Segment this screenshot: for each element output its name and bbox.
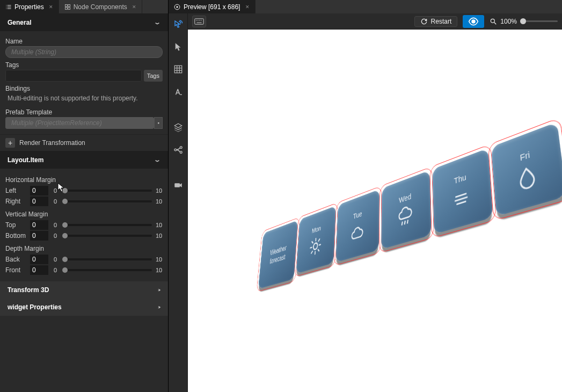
restart-button[interactable]: Restart xyxy=(414,16,458,27)
slider-thumb[interactable] xyxy=(62,188,68,193)
tags-button[interactable]: Tags xyxy=(144,70,163,82)
right-value-input[interactable] xyxy=(30,197,48,206)
left-value-input[interactable] xyxy=(30,186,48,195)
close-icon[interactable]: ✕ xyxy=(132,4,136,10)
svg-point-18 xyxy=(180,147,182,149)
eye-icon xyxy=(468,16,479,27)
preview-canvas[interactable]: Weather forecast Mon Tue xyxy=(188,30,562,392)
chevron-down-icon: ⌄ xyxy=(154,157,160,163)
section-general-header[interactable]: General ⌄ xyxy=(0,13,168,31)
margin-row-back: Back 0 10 xyxy=(5,255,163,264)
slider-max: 10 xyxy=(155,256,163,263)
section-layout-content: Horizontal Margin Left 0 10 Right 0 10 V… xyxy=(0,169,168,281)
tool-interact[interactable] xyxy=(171,17,186,32)
top-slider[interactable] xyxy=(62,224,152,226)
section-title: Transform 3D xyxy=(8,286,49,294)
side-label: Back xyxy=(5,256,27,263)
margin-row-front: Front 0 10 xyxy=(5,265,163,275)
svg-line-41 xyxy=(407,220,408,223)
front-value-input[interactable] xyxy=(30,265,48,275)
slider-thumb[interactable] xyxy=(520,18,526,24)
slider-thumb[interactable] xyxy=(62,257,68,262)
svg-rect-21 xyxy=(195,18,204,24)
back-slider[interactable] xyxy=(62,258,152,260)
slider-min: 0 xyxy=(52,187,59,194)
tool-camera[interactable] xyxy=(171,178,186,193)
name-input[interactable] xyxy=(5,46,163,58)
bottom-slider[interactable] xyxy=(62,235,152,237)
chevron-down-icon: ⌄ xyxy=(154,19,160,25)
tags-input[interactable] xyxy=(5,70,142,82)
zoom-slider[interactable] xyxy=(520,20,558,22)
right-slider[interactable] xyxy=(62,200,152,202)
keyboard-button[interactable] xyxy=(192,16,206,27)
close-icon[interactable]: ✕ xyxy=(49,4,53,10)
tile-fri[interactable]: Fri xyxy=(491,122,562,216)
tab-properties[interactable]: Properties ✕ xyxy=(0,0,59,13)
horizontal-margin-label: Horizontal Margin xyxy=(5,176,163,184)
svg-rect-11 xyxy=(174,66,182,73)
back-value-input[interactable] xyxy=(30,255,48,264)
tool-grid[interactable] xyxy=(171,62,186,77)
tab-label: Preview [691 x 686] xyxy=(184,3,240,11)
tab-preview[interactable]: Preview [691 x 686] ✕ xyxy=(169,0,256,13)
svg-line-33 xyxy=(311,247,312,248)
tool-flow[interactable] xyxy=(171,142,186,157)
close-icon[interactable]: ✕ xyxy=(245,4,250,10)
tile-wed[interactable]: Wed xyxy=(382,170,432,249)
section-title: General xyxy=(8,19,32,26)
layers-icon xyxy=(173,122,183,132)
list-icon xyxy=(5,4,12,10)
panel-body: General ⌄ Name Tags Tags Bindings Multi-… xyxy=(0,13,168,392)
tab-node-components[interactable]: Node Components ✕ xyxy=(59,0,142,13)
slider-thumb[interactable] xyxy=(62,233,68,238)
slider-min: 0 xyxy=(52,256,59,263)
svg-line-43 xyxy=(455,197,468,201)
sun-icon xyxy=(309,235,323,257)
svg-rect-7 xyxy=(68,4,70,6)
play-icon xyxy=(174,4,180,10)
svg-line-37 xyxy=(311,251,312,253)
section-general-content: Name Tags Tags Bindings Multi-editing is… xyxy=(0,31,168,134)
day-label: Wed xyxy=(399,191,412,204)
slider-thumb[interactable] xyxy=(62,199,68,204)
add-button[interactable]: + xyxy=(5,138,15,148)
tile-title[interactable]: Weather forecast xyxy=(258,220,298,289)
tool-layers[interactable] xyxy=(171,120,186,135)
restart-icon xyxy=(420,18,428,25)
tile-thu[interactable]: Thu xyxy=(433,148,493,234)
slider-min: 0 xyxy=(52,267,59,273)
cloud-icon xyxy=(350,220,364,245)
front-slider[interactable] xyxy=(62,269,152,271)
bottom-value-input[interactable] xyxy=(30,231,48,241)
top-value-input[interactable] xyxy=(30,220,48,230)
svg-rect-9 xyxy=(68,7,70,9)
slider-thumb[interactable] xyxy=(62,222,68,228)
tool-text[interactable] xyxy=(171,84,186,99)
svg-line-40 xyxy=(405,220,405,224)
section-layout-header[interactable]: Layout.Item ⌄ xyxy=(0,151,168,169)
prefab-input[interactable] xyxy=(5,117,154,129)
visibility-button[interactable] xyxy=(463,15,484,28)
fog-icon xyxy=(451,184,472,213)
left-panel-tabs: Properties ✕ Node Components ✕ xyxy=(0,0,168,13)
depth-margin-label: Depth Margin xyxy=(5,245,163,252)
side-label: Left xyxy=(5,187,27,194)
forecast-title: Weather forecast xyxy=(267,243,289,267)
slider-max: 10 xyxy=(155,267,163,273)
tile-mon[interactable]: Mon xyxy=(296,206,337,274)
section-transform3d-header[interactable]: Transform 3D xyxy=(0,281,168,299)
margin-row-left: Left 0 10 xyxy=(5,186,163,195)
slider-thumb[interactable] xyxy=(62,267,68,273)
prefab-dropdown-button[interactable]: ▪ xyxy=(154,117,163,129)
slider-max: 10 xyxy=(155,198,163,205)
tool-select[interactable] xyxy=(171,39,186,54)
section-widget-props-header[interactable]: widget Properties xyxy=(0,299,168,316)
slider-min: 0 xyxy=(52,233,59,239)
left-slider[interactable] xyxy=(62,190,152,192)
tile-tue[interactable]: Tue xyxy=(336,189,380,262)
grid-icon xyxy=(173,64,183,74)
svg-line-44 xyxy=(457,201,466,204)
side-label: Bottom xyxy=(5,232,27,239)
text-icon xyxy=(173,87,183,97)
